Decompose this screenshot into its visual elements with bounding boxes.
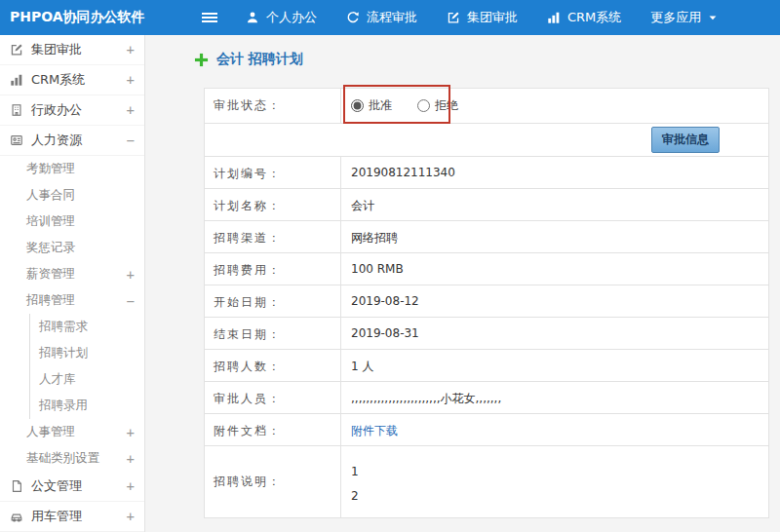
sidebar-item-label: 招聘需求 — [39, 319, 88, 335]
sidebar-item-11[interactable]: 招聘计划 — [29, 340, 144, 366]
topnav-item-2[interactable]: 集团审批 — [447, 9, 518, 26]
sidebar-item-10[interactable]: 招聘需求 — [29, 314, 144, 340]
expand-icon[interactable]: + — [127, 73, 135, 87]
refresh-icon — [346, 11, 360, 24]
reject-radio[interactable] — [417, 99, 430, 112]
detail-row: 开始日期：2019-08-12 — [205, 285, 768, 318]
topnav-item-label: 个人办公 — [266, 9, 317, 26]
topnav: 个人办公流程审批集团审批CRM系统更多应用 — [246, 9, 718, 26]
approval-status-row: 审批状态： 批准 拒绝 — [205, 89, 768, 124]
sidebar-item-15[interactable]: 基础类别设置+ — [0, 445, 144, 472]
hamburger-icon — [201, 10, 218, 25]
sidebar-item-label: 招聘管理 — [26, 292, 75, 309]
sidebar-item-14[interactable]: 人事管理+ — [0, 419, 144, 445]
reject-radio-option[interactable]: 拒绝 — [417, 97, 458, 114]
sidebar-item-label: CRM系统 — [31, 71, 85, 89]
sidebar-item-label: 培训管理 — [26, 213, 75, 230]
detail-row: 审批人员：,,,,,,,,,,,,,,,,,,,,,,,,小花女,,,,,,, — [205, 382, 768, 414]
detail-row: 招聘说明：12 — [205, 446, 768, 518]
sidebar-item-label: 基础类别设置 — [26, 450, 99, 467]
sidebar: 集团审批+CRM系统+行政办公+人力资源−考勤管理人事合同培训管理奖惩记录薪资管… — [0, 35, 145, 532]
field-label: 审批状态： — [205, 89, 341, 123]
detail-row: 计划编号：20190812111340 — [205, 157, 768, 189]
field-label: 结束日期： — [205, 318, 341, 349]
approval-status-options: 批准 拒绝 — [341, 89, 768, 123]
field-value: 附件下载 — [341, 414, 768, 445]
field-value: 20190812111340 — [341, 157, 768, 188]
field-label: 招聘说明： — [205, 446, 341, 517]
topnav-item-label: 更多应用 — [650, 9, 701, 26]
collapse-icon[interactable]: − — [127, 294, 135, 308]
sidebar-item-5[interactable]: 人事合同 — [0, 182, 144, 209]
topnav-item-1[interactable]: 流程审批 — [346, 9, 417, 26]
expand-icon[interactable]: + — [127, 426, 135, 439]
expand-icon[interactable]: + — [127, 103, 135, 117]
sidebar-item-label: 招聘计划 — [39, 345, 88, 361]
detail-row: 结束日期：2019-08-31 — [205, 318, 768, 350]
field-value: 12 — [341, 446, 768, 517]
approve-radio[interactable] — [351, 99, 364, 112]
detail-table: 审批状态： 批准 拒绝 审批信息 计划编号：20190812111340计划名称… — [204, 88, 769, 518]
caret-down-icon — [708, 13, 718, 22]
topnav-item-3[interactable]: CRM系统 — [547, 9, 621, 26]
sidebar-item-3[interactable]: 人力资源− — [0, 126, 144, 156]
expand-icon[interactable]: + — [127, 452, 135, 466]
topbar: PHPOA协同办公软件 个人办公流程审批集团审批CRM系统更多应用 — [0, 0, 780, 35]
field-value: 1 人 — [341, 350, 768, 381]
field-value: 会计 — [341, 189, 768, 220]
sidebar-item-0[interactable]: 集团审批+ — [0, 35, 144, 65]
expand-icon[interactable]: + — [127, 268, 135, 282]
car-icon — [10, 510, 23, 523]
person-icon — [246, 11, 259, 24]
sidebar-item-8[interactable]: 薪资管理+ — [0, 261, 144, 287]
topnav-item-label: CRM系统 — [567, 9, 621, 26]
page-body: 集团审批+CRM系统+行政办公+人力资源−考勤管理人事合同培训管理奖惩记录薪资管… — [0, 35, 780, 532]
attachment-download-link[interactable]: 附件下载 — [351, 424, 398, 437]
sidebar-item-7[interactable]: 奖惩记录 — [0, 235, 144, 261]
topnav-item-label: 流程审批 — [367, 9, 417, 26]
hamburger-menu-button[interactable] — [187, 10, 232, 25]
field-value: ,,,,,,,,,,,,,,,,,,,,,,,,小花女,,,,,,, — [341, 382, 768, 413]
sidebar-item-13[interactable]: 招聘录用 — [29, 393, 144, 419]
field-label: 附件文档： — [205, 414, 341, 445]
sidebar-item-label: 人事管理 — [26, 424, 75, 440]
sidebar-item-1[interactable]: CRM系统+ — [0, 65, 144, 95]
app-title: PHPOA协同办公软件 — [0, 9, 187, 26]
approval-info-button[interactable]: 审批信息 — [651, 127, 720, 153]
approve-radio-option[interactable]: 批准 — [351, 97, 392, 114]
topnav-item-0[interactable]: 个人办公 — [246, 9, 317, 26]
detail-row: 计划名称：会计 — [205, 189, 768, 221]
sidebar-item-label: 招聘录用 — [39, 398, 88, 414]
sidebar-item-4[interactable]: 考勤管理 — [0, 156, 144, 182]
page-title-text: 会计 招聘计划 — [216, 51, 303, 68]
sidebar-item-12[interactable]: 人才库 — [29, 366, 144, 393]
chart-icon — [10, 73, 23, 87]
building-icon — [10, 103, 23, 117]
document-icon — [10, 479, 23, 493]
people-icon — [10, 133, 23, 147]
expand-icon[interactable]: + — [127, 510, 135, 523]
field-value: 2019-08-12 — [341, 285, 768, 317]
main-content: 会计 招聘计划 审批状态： 批准 拒绝 审批信息 — [145, 35, 780, 532]
field-label: 招聘人数： — [205, 350, 341, 381]
sidebar-item-2[interactable]: 行政办公+ — [0, 95, 144, 126]
sidebar-item-label: 人才库 — [39, 371, 76, 388]
sidebar-item-17[interactable]: 用车管理+ — [0, 502, 144, 532]
sidebar-item-6[interactable]: 培训管理 — [0, 209, 144, 235]
sidebar-item-label: 人事合同 — [26, 187, 75, 204]
sidebar-item-9[interactable]: 招聘管理− — [0, 287, 144, 314]
sidebar-item-label: 行政办公 — [31, 101, 82, 119]
expand-icon[interactable]: + — [127, 43, 135, 57]
field-value: 100 RMB — [341, 253, 768, 285]
chart-icon — [547, 11, 561, 24]
detail-row: 附件文档：附件下载 — [205, 414, 768, 446]
field-label: 审批人员： — [205, 382, 341, 413]
field-value: 2019-08-31 — [341, 318, 768, 349]
expand-icon[interactable]: + — [127, 479, 135, 493]
topnav-item-4[interactable]: 更多应用 — [650, 9, 718, 26]
detail-row: 招聘人数：1 人 — [205, 350, 768, 382]
sidebar-item-16[interactable]: 公文管理+ — [0, 472, 144, 502]
sidebar-item-label: 公文管理 — [31, 477, 82, 495]
collapse-icon[interactable]: − — [127, 133, 135, 147]
reject-radio-label: 拒绝 — [435, 97, 458, 114]
